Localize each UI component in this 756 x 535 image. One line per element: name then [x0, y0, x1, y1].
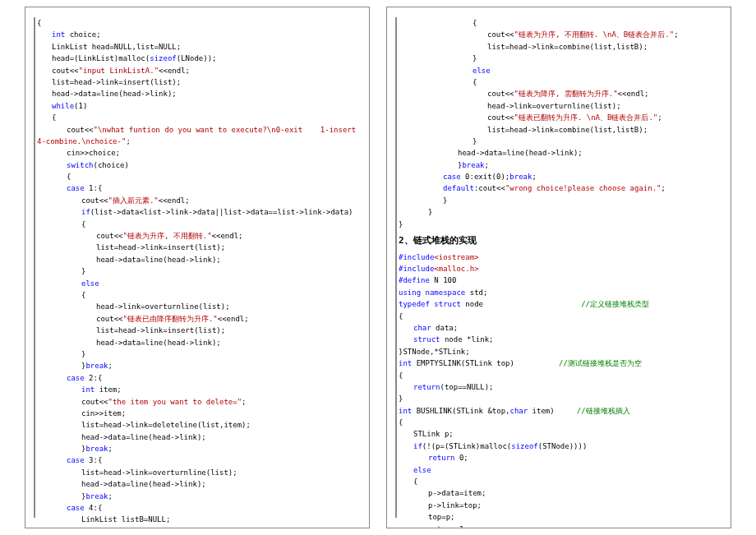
code-line: { [37, 289, 357, 301]
code-line: int item; [37, 384, 357, 395]
code-line: #define N 100 [399, 274, 719, 286]
code-line: p->data=item; [399, 487, 719, 499]
code-line: cout<<"链表已由降序翻转为升序."<<endl; [37, 313, 357, 325]
code-line: { [399, 476, 719, 487]
code-line: { [399, 76, 719, 88]
code-line: { [399, 17, 719, 29]
code-line: cout<<"the item you want to delete="; [37, 396, 357, 408]
code-line: while(1) [37, 100, 357, 112]
code-line: } [399, 195, 719, 206]
code-line: list=head->link=insert(list); [37, 76, 357, 88]
code-line: list=head->link=overturnline(list); [37, 467, 357, 478]
code-line: switch(choice) [37, 159, 357, 171]
code-line: cout<<"链表为降序, 需翻转为升序."<<endl; [399, 88, 719, 99]
code-line: }break; [399, 159, 719, 171]
code-line: { [37, 112, 357, 123]
code-block-right: {cout<<"链表为升序, 不用翻转. \nA、B链表合并后.";list=h… [395, 17, 722, 518]
code-line: head->data=line(head->link); [37, 88, 357, 99]
code-line: cout<<"插入新元素."<<endl; [37, 195, 357, 206]
section-title: 2、链式堆栈的实现 [399, 230, 719, 251]
code-line: cin>>choice; [37, 147, 357, 159]
code-line: { [399, 417, 719, 428]
code-line: return 1; [399, 523, 719, 528]
code-line: { [399, 311, 719, 322]
code-line: if(list->data<list->link->data||list->da… [37, 206, 357, 218]
code-line: }break; [37, 443, 357, 454]
code-line: list=head->link=combine(list,listB); [399, 41, 719, 53]
code-line: default:cout<<"wrong choice!please choos… [399, 182, 719, 194]
code-line: { [37, 219, 357, 230]
code-line: int choice; [37, 29, 357, 40]
code-line: else [37, 278, 357, 289]
code-line: head=(LinkList)malloc(sizeof(LNode)); [37, 53, 357, 64]
code-line: head->data=line(head->link); [37, 478, 357, 490]
code-line: } [399, 53, 719, 64]
code-line: } [399, 206, 719, 218]
code-line: { [37, 17, 357, 29]
code-line: else [399, 464, 719, 476]
code-line: case 3:{ [37, 454, 357, 466]
code-line: case 0:exit(0);break; [399, 171, 719, 182]
code-line: list=head->link=combine(list,listB); [399, 124, 719, 136]
code-line: p->link=top; [399, 500, 719, 511]
code-line: } [399, 393, 719, 404]
code-line: head->link=overturnline(list); [399, 100, 719, 112]
code-line: }STNode,*STLink; [399, 346, 719, 357]
code-line: STLink p; [399, 428, 719, 440]
code-line: using namespace std; [399, 287, 719, 298]
code-line: else [399, 65, 719, 76]
code-line: } [399, 219, 719, 230]
code-line: head->link=overturnline(list); [37, 301, 357, 312]
code-line: LinkList listB=NULL; [37, 514, 357, 525]
code-line: cin>>item; [37, 408, 357, 419]
code-line: cout<<"input LinkListB."<<endl; [37, 526, 357, 528]
code-line: cout<<"链表为升序, 不用翻转. \nA、B链表合并后."; [399, 29, 719, 40]
code-line: list=head->link=deleteline(list,item); [37, 419, 357, 431]
code-line: { [37, 171, 357, 182]
code-line: cout<<"input LinkListA."<<endl; [37, 65, 357, 76]
code-line: return(top==NULL); [399, 381, 719, 393]
code-line: int EMPTYSLINK(STLink top) //测试链接堆栈是否为空 [399, 357, 719, 369]
code-line: return 0; [399, 452, 719, 464]
code-line: typedef struct node //定义链接堆栈类型 [399, 298, 719, 310]
code-line: top=p; [399, 511, 719, 523]
code-line: list=head->link=insert(list); [37, 242, 357, 253]
code-line: case 4:{ [37, 502, 357, 514]
code-line: char data; [399, 322, 719, 334]
code-line: #include<iostream> [399, 251, 719, 263]
code-line: 4-combine.\nchoice-"; [37, 136, 357, 147]
code-line: cout<<"链表已翻转为升序. \nA、B链表合并后."; [399, 112, 719, 123]
code-line: #include<malloc.h> [399, 263, 719, 274]
code-line: head->data=line(head->link); [37, 254, 357, 265]
code-line: head->data=line(head->link); [37, 337, 357, 348]
code-line: }break; [37, 360, 357, 371]
code-line: int BUSHLINK(STLink &top,char item) //链接… [399, 405, 719, 417]
code-line: head->data=line(head->link); [37, 431, 357, 443]
code-line: { [399, 370, 719, 381]
code-line: } [37, 348, 357, 360]
code-line: case 1:{ [37, 182, 357, 194]
code-line: struct node *link; [399, 334, 719, 345]
code-line: cout<<"\nwhat funtion do you want to exe… [37, 124, 357, 136]
code-block-left: {int choice;LinkList head=NULL,list=NULL… [34, 17, 361, 518]
code-line: } [37, 265, 357, 277]
page-left: {int choice;LinkList head=NULL,list=NULL… [25, 7, 370, 528]
code-line: }break; [37, 491, 357, 502]
code-line: LinkList head=NULL,list=NULL; [37, 41, 357, 53]
code-line: head->data=line(head->link); [399, 147, 719, 159]
code-line: } [399, 136, 719, 147]
code-line: case 2:{ [37, 372, 357, 384]
page-right: {cout<<"链表为升序, 不用翻转. \nA、B链表合并后.";list=h… [386, 7, 731, 528]
code-line: list=head->link=insert(list); [37, 325, 357, 336]
code-line: cout<<"链表为升序, 不用翻转."<<endl; [37, 230, 357, 242]
code-line: if(!(p=(STLink)malloc(sizeof(STNode)))) [399, 440, 719, 452]
